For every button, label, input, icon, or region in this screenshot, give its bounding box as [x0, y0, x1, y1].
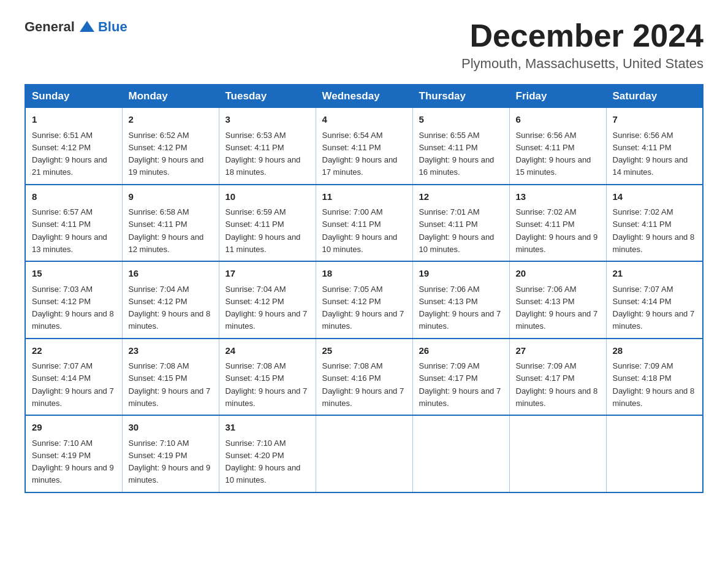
- title-area: December 2024 Plymouth, Massachusetts, U…: [461, 18, 703, 72]
- day-info: Sunrise: 6:59 AMSunset: 4:11 PMDaylight:…: [226, 207, 301, 254]
- calendar-day-cell: 25 Sunrise: 7:08 AMSunset: 4:16 PMDaylig…: [316, 339, 412, 416]
- logo: General Blue: [25, 18, 127, 36]
- day-info: Sunrise: 7:08 AMSunset: 4:15 PMDaylight:…: [226, 361, 308, 408]
- day-info: Sunrise: 7:09 AMSunset: 4:18 PMDaylight:…: [613, 361, 695, 408]
- day-info: Sunrise: 7:09 AMSunset: 4:17 PMDaylight:…: [516, 361, 598, 408]
- day-info: Sunrise: 7:08 AMSunset: 4:16 PMDaylight:…: [322, 361, 404, 408]
- calendar-day-cell: [412, 415, 509, 492]
- weekday-header-friday: Friday: [509, 85, 606, 108]
- day-number: 5: [419, 113, 503, 127]
- day-info: Sunrise: 7:06 AMSunset: 4:13 PMDaylight:…: [419, 285, 501, 331]
- day-number: 17: [226, 267, 309, 281]
- day-info: Sunrise: 6:54 AMSunset: 4:11 PMDaylight:…: [322, 131, 398, 177]
- calendar-day-cell: 30 Sunrise: 7:10 AMSunset: 4:19 PMDaylig…: [122, 415, 219, 492]
- calendar-table: SundayMondayTuesdayWednesdayThursdayFrid…: [25, 84, 703, 493]
- day-info: Sunrise: 6:53 AMSunset: 4:11 PMDaylight:…: [226, 131, 301, 177]
- calendar-day-cell: 21 Sunrise: 7:07 AMSunset: 4:14 PMDaylig…: [606, 261, 703, 339]
- calendar-day-cell: 19 Sunrise: 7:06 AMSunset: 4:13 PMDaylig…: [412, 261, 509, 339]
- day-info: Sunrise: 7:10 AMSunset: 4:19 PMDaylight:…: [129, 439, 211, 485]
- calendar-day-cell: 15 Sunrise: 7:03 AMSunset: 4:12 PMDaylig…: [25, 261, 122, 339]
- day-number: 28: [613, 344, 697, 358]
- month-title: December 2024: [461, 18, 703, 53]
- calendar-day-cell: [509, 415, 606, 492]
- day-number: 14: [613, 190, 697, 204]
- day-info: Sunrise: 7:04 AMSunset: 4:12 PMDaylight:…: [226, 285, 308, 331]
- day-number: 29: [32, 421, 116, 435]
- calendar-day-cell: 24 Sunrise: 7:08 AMSunset: 4:15 PMDaylig…: [219, 339, 316, 416]
- weekday-header-monday: Monday: [122, 85, 219, 108]
- calendar-day-cell: 8 Sunrise: 6:57 AMSunset: 4:11 PMDayligh…: [25, 185, 122, 262]
- weekday-header-wednesday: Wednesday: [316, 85, 412, 108]
- logo-icon: [78, 18, 96, 36]
- logo-general: General: [25, 19, 75, 35]
- day-number: 21: [613, 267, 697, 281]
- weekday-header-tuesday: Tuesday: [219, 85, 316, 108]
- svg-marker-0: [80, 21, 94, 32]
- day-number: 26: [419, 344, 503, 358]
- calendar-day-cell: 17 Sunrise: 7:04 AMSunset: 4:12 PMDaylig…: [219, 261, 316, 339]
- day-info: Sunrise: 6:57 AMSunset: 4:11 PMDaylight:…: [32, 207, 107, 254]
- weekday-header-row: SundayMondayTuesdayWednesdayThursdayFrid…: [25, 85, 703, 108]
- calendar-day-cell: 3 Sunrise: 6:53 AMSunset: 4:11 PMDayligh…: [219, 108, 316, 185]
- day-number: 30: [129, 421, 213, 435]
- day-number: 6: [516, 113, 600, 127]
- day-number: 22: [32, 344, 116, 358]
- calendar-day-cell: 1 Sunrise: 6:51 AMSunset: 4:12 PMDayligh…: [25, 108, 122, 185]
- day-number: 9: [129, 190, 213, 204]
- day-info: Sunrise: 7:03 AMSunset: 4:12 PMDaylight:…: [32, 285, 114, 331]
- calendar-day-cell: 27 Sunrise: 7:09 AMSunset: 4:17 PMDaylig…: [509, 339, 606, 416]
- day-number: 13: [516, 190, 600, 204]
- calendar-day-cell: 20 Sunrise: 7:06 AMSunset: 4:13 PMDaylig…: [509, 261, 606, 339]
- day-number: 31: [226, 421, 309, 435]
- day-number: 24: [226, 344, 309, 358]
- calendar-day-cell: 2 Sunrise: 6:52 AMSunset: 4:12 PMDayligh…: [122, 108, 219, 185]
- day-info: Sunrise: 7:06 AMSunset: 4:13 PMDaylight:…: [516, 285, 598, 331]
- weekday-header-thursday: Thursday: [412, 85, 509, 108]
- day-info: Sunrise: 7:04 AMSunset: 4:12 PMDaylight:…: [129, 285, 211, 331]
- day-number: 1: [32, 113, 116, 127]
- day-info: Sunrise: 6:56 AMSunset: 4:11 PMDaylight:…: [613, 131, 688, 177]
- day-number: 16: [129, 267, 213, 281]
- day-info: Sunrise: 7:10 AMSunset: 4:19 PMDaylight:…: [32, 439, 114, 485]
- calendar-day-cell: 7 Sunrise: 6:56 AMSunset: 4:11 PMDayligh…: [606, 108, 703, 185]
- day-info: Sunrise: 7:01 AMSunset: 4:11 PMDaylight:…: [419, 207, 495, 254]
- logo-text: General Blue: [25, 18, 127, 36]
- calendar-day-cell: 5 Sunrise: 6:55 AMSunset: 4:11 PMDayligh…: [412, 108, 509, 185]
- calendar-day-cell: 12 Sunrise: 7:01 AMSunset: 4:11 PMDaylig…: [412, 185, 509, 262]
- day-number: 2: [129, 113, 213, 127]
- day-number: 15: [32, 267, 116, 281]
- day-number: 20: [516, 267, 600, 281]
- day-info: Sunrise: 6:56 AMSunset: 4:11 PMDaylight:…: [516, 131, 591, 177]
- page-header: General Blue December 2024 Plymouth, Mas…: [25, 18, 703, 72]
- day-info: Sunrise: 7:05 AMSunset: 4:12 PMDaylight:…: [322, 285, 404, 331]
- calendar-day-cell: 10 Sunrise: 6:59 AMSunset: 4:11 PMDaylig…: [219, 185, 316, 262]
- calendar-day-cell: 23 Sunrise: 7:08 AMSunset: 4:15 PMDaylig…: [122, 339, 219, 416]
- day-info: Sunrise: 6:52 AMSunset: 4:12 PMDaylight:…: [129, 131, 204, 177]
- day-info: Sunrise: 7:07 AMSunset: 4:14 PMDaylight:…: [613, 285, 695, 331]
- day-number: 7: [613, 113, 697, 127]
- calendar-day-cell: 13 Sunrise: 7:02 AMSunset: 4:11 PMDaylig…: [509, 185, 606, 262]
- calendar-week-row: 8 Sunrise: 6:57 AMSunset: 4:11 PMDayligh…: [25, 185, 703, 262]
- calendar-day-cell: 14 Sunrise: 7:02 AMSunset: 4:11 PMDaylig…: [606, 185, 703, 262]
- calendar-day-cell: 18 Sunrise: 7:05 AMSunset: 4:12 PMDaylig…: [316, 261, 412, 339]
- day-number: 19: [419, 267, 503, 281]
- day-number: 12: [419, 190, 503, 204]
- day-info: Sunrise: 7:02 AMSunset: 4:11 PMDaylight:…: [613, 207, 695, 254]
- day-number: 10: [226, 190, 309, 204]
- day-number: 18: [322, 267, 406, 281]
- day-info: Sunrise: 6:51 AMSunset: 4:12 PMDaylight:…: [32, 131, 107, 177]
- calendar-day-cell: 16 Sunrise: 7:04 AMSunset: 4:12 PMDaylig…: [122, 261, 219, 339]
- day-info: Sunrise: 7:09 AMSunset: 4:17 PMDaylight:…: [419, 361, 501, 408]
- calendar-week-row: 15 Sunrise: 7:03 AMSunset: 4:12 PMDaylig…: [25, 261, 703, 339]
- calendar-day-cell: 4 Sunrise: 6:54 AMSunset: 4:11 PMDayligh…: [316, 108, 412, 185]
- calendar-day-cell: 9 Sunrise: 6:58 AMSunset: 4:11 PMDayligh…: [122, 185, 219, 262]
- day-number: 3: [226, 113, 309, 127]
- calendar-week-row: 1 Sunrise: 6:51 AMSunset: 4:12 PMDayligh…: [25, 108, 703, 185]
- day-number: 25: [322, 344, 406, 358]
- calendar-day-cell: 29 Sunrise: 7:10 AMSunset: 4:19 PMDaylig…: [25, 415, 122, 492]
- calendar-day-cell: 31 Sunrise: 7:10 AMSunset: 4:20 PMDaylig…: [219, 415, 316, 492]
- calendar-day-cell: 26 Sunrise: 7:09 AMSunset: 4:17 PMDaylig…: [412, 339, 509, 416]
- day-info: Sunrise: 6:55 AMSunset: 4:11 PMDaylight:…: [419, 131, 495, 177]
- day-info: Sunrise: 7:10 AMSunset: 4:20 PMDaylight:…: [226, 439, 301, 485]
- day-number: 27: [516, 344, 600, 358]
